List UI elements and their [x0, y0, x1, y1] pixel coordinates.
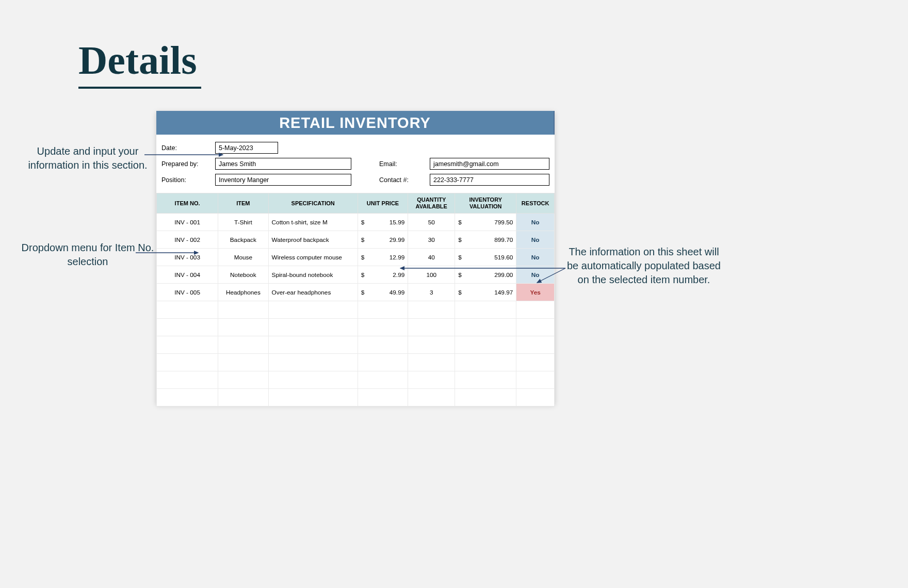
cell-item-no[interactable]: INV - 003 [157, 249, 218, 266]
cell-item-no[interactable]: INV - 001 [157, 214, 218, 231]
table-row-empty [157, 301, 555, 319]
cell-price: $49.99 [358, 284, 408, 301]
th-spec: SPECIFICATION [268, 193, 358, 214]
sheet-title: RETAIL INVENTORY [156, 111, 555, 135]
table-row-empty [157, 319, 555, 336]
cell-restock: No [516, 231, 555, 249]
th-item: ITEM [218, 193, 268, 214]
cell-qty: 3 [408, 284, 455, 301]
cell-item: Notebook [218, 266, 268, 284]
cell-qty: 40 [408, 249, 455, 266]
table-row: INV - 004NotebookSpiral-bound notebook$2… [157, 266, 555, 284]
cell-item-no[interactable]: INV - 004 [157, 266, 218, 284]
position-field[interactable]: Inventory Manger [215, 174, 351, 186]
th-restock: RESTOCK [516, 193, 555, 214]
cell-valuation: $799.50 [455, 214, 516, 231]
cell-restock: No [516, 266, 555, 284]
inventory-sheet: RETAIL INVENTORY Date: 5-May-2023 Prepar… [156, 111, 555, 404]
cell-item-no[interactable]: INV - 002 [157, 231, 218, 249]
table-row: INV - 001T-ShirtCotton t-shirt, size M$1… [157, 214, 555, 231]
table-row-empty [157, 389, 555, 406]
table-row: INV - 002BackpackWaterproof backpack$29.… [157, 231, 555, 249]
label-date: Date: [161, 144, 215, 152]
cell-valuation: $899.70 [455, 231, 516, 249]
cell-price: $12.99 [358, 249, 408, 266]
cell-item: Mouse [218, 249, 268, 266]
info-section: Date: 5-May-2023 Prepared by: James Smit… [156, 135, 555, 193]
cell-price: $29.99 [358, 231, 408, 249]
annotation-dropdown: Dropdown menu for Item No. selection [21, 241, 155, 269]
label-position: Position: [161, 176, 215, 184]
cell-spec: Spiral-bound notebook [268, 266, 358, 284]
contact-field[interactable]: 222-333-7777 [430, 174, 549, 186]
annotation-info-section: Update and input your information in thi… [21, 144, 155, 172]
table-row-empty [157, 354, 555, 371]
table-row: INV - 003MouseWireless computer mouse$12… [157, 249, 555, 266]
label-prepared-by: Prepared by: [161, 160, 215, 168]
cell-spec: Wireless computer mouse [268, 249, 358, 266]
label-email: Email: [379, 160, 430, 168]
cell-valuation: $519.60 [455, 249, 516, 266]
page-title: Details [78, 37, 201, 89]
cell-item-no[interactable]: INV - 005 [157, 284, 218, 301]
date-field[interactable]: 5-May-2023 [215, 142, 278, 154]
cell-valuation: $299.00 [455, 266, 516, 284]
table-row-empty [157, 336, 555, 354]
prepared-by-field[interactable]: James Smith [215, 158, 351, 170]
cell-item: Backpack [218, 231, 268, 249]
cell-restock: Yes [516, 284, 555, 301]
cell-qty: 100 [408, 266, 455, 284]
annotation-autopopulate: The information on this sheet will be au… [566, 245, 721, 287]
cell-restock: No [516, 214, 555, 231]
cell-spec: Cotton t-shirt, size M [268, 214, 358, 231]
cell-item: Headphones [218, 284, 268, 301]
inventory-table: ITEM NO. ITEM SPECIFICATION UNIT PRICE Q… [156, 193, 555, 406]
cell-price: $2.99 [358, 266, 408, 284]
cell-qty: 30 [408, 231, 455, 249]
cell-restock: No [516, 249, 555, 266]
cell-spec: Over-ear headphones [268, 284, 358, 301]
cell-price: $15.99 [358, 214, 408, 231]
label-contact: Contact #: [379, 176, 430, 184]
cell-qty: 50 [408, 214, 455, 231]
table-row-empty [157, 371, 555, 389]
th-item-no: ITEM NO. [157, 193, 218, 214]
th-qty: QUANTITY AVAILABLE [408, 193, 455, 214]
th-valuation: INVENTORY VALUATION [455, 193, 516, 214]
cell-spec: Waterproof backpack [268, 231, 358, 249]
th-unit-price: UNIT PRICE [358, 193, 408, 214]
cell-item: T-Shirt [218, 214, 268, 231]
cell-valuation: $149.97 [455, 284, 516, 301]
table-row: INV - 005HeadphonesOver-ear headphones$4… [157, 284, 555, 301]
email-field[interactable]: jamesmith@gmail.com [430, 158, 549, 170]
